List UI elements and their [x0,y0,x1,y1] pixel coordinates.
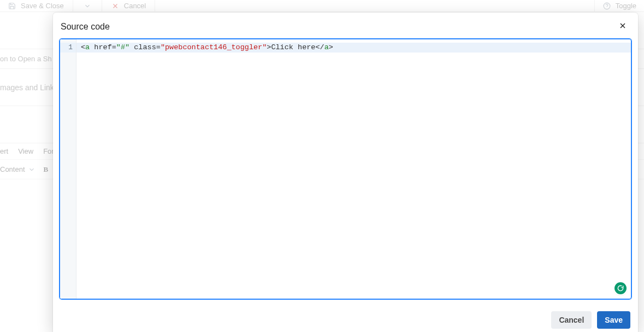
code-token: class= [134,43,161,51]
close-icon [618,21,627,33]
code-token: > [329,43,333,51]
code-token: < [81,43,85,51]
code-token: Click here [271,43,315,51]
line-number: 1 [60,43,76,53]
code-token: "pwebcontact146_toggler" [161,43,267,51]
line-number-gutter: 1 [60,39,76,299]
source-code-modal: Source code 1 <a href="#" class="pwebcon… [53,13,638,332]
grammarly-icon[interactable] [615,282,627,294]
cancel-button[interactable]: Cancel [551,311,592,329]
code-editor[interactable]: 1 <a href="#" class="pwebcontact146_togg… [60,39,631,299]
code-token: </ [315,43,324,51]
save-button[interactable]: Save [597,311,630,329]
modal-header: Source code [53,13,638,39]
code-token: "#" [116,43,129,51]
code-token: href= [94,43,116,51]
modal-footer: Cancel Save [53,306,638,332]
code-textarea[interactable]: <a href="#" class="pwebcontact146_toggle… [76,39,631,299]
modal-title: Source code [61,22,110,32]
code-token: a [85,43,90,51]
code-token: a [324,43,329,51]
close-modal-button[interactable] [616,20,629,33]
